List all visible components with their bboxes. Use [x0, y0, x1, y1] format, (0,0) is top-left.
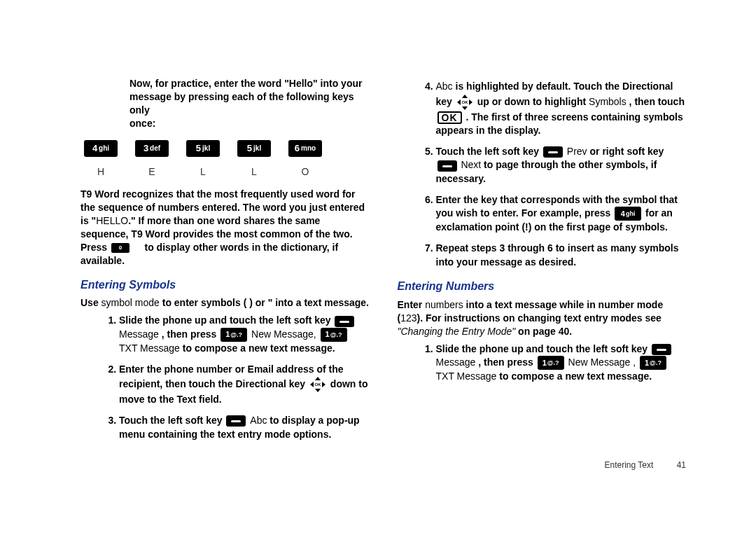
letter-o: O: [302, 165, 309, 179]
svg-text:OK: OK: [461, 100, 468, 104]
one-key-icon-4: 1@.?: [640, 356, 666, 370]
step-6: Enter the key that corresponds with the …: [436, 193, 687, 235]
svg-marker-6: [462, 106, 468, 110]
step-2: Enter the phone number or Email address …: [119, 363, 370, 407]
four-key-icon: 4ghi: [615, 207, 641, 221]
softkey-icon-2: [226, 415, 246, 427]
letter-e: E: [148, 165, 155, 179]
step-4: Abc is highlighted by default. Touch the…: [436, 80, 687, 138]
letter-h: H: [97, 165, 104, 179]
right-column: Abc is highlighted by default. Touch the…: [398, 77, 687, 448]
t9-paragraph: T9 Word recognizes that the most frequen…: [80, 188, 370, 267]
one-key-icon-3: 1@.?: [538, 356, 564, 370]
ok-button-icon: OK: [438, 111, 462, 124]
step-7: Repeat steps 3 through 6 to insert as ma…: [436, 242, 687, 269]
left-column: Now, for practice, enter the word "Hello…: [80, 77, 370, 448]
key-col-1: 3def E: [135, 140, 169, 179]
phone-key-3: 3def: [135, 140, 169, 157]
practice-line2: message by pressing each of the followin…: [130, 91, 354, 116]
letter-l1: L: [200, 165, 206, 179]
key-col-0: 4ghi H: [84, 140, 118, 179]
svg-marker-8: [469, 99, 472, 105]
one-key-icon-2: 1@.?: [321, 328, 347, 342]
phone-key-5a: 5jkl: [186, 140, 220, 157]
letter-l2: L: [251, 165, 257, 179]
step-1: Slide the phone up and touch the left so…: [119, 314, 370, 355]
practice-paragraph: Now, for practice, enter the word "Hello…: [130, 77, 370, 130]
svg-text:OK: OK: [314, 382, 321, 387]
key-col-3: 5jkl L: [237, 140, 271, 179]
numbers-intro: Enter numbers into a text message while …: [398, 298, 687, 338]
footer-page: 41: [677, 460, 686, 470]
key-col-4: 6mno O: [288, 140, 322, 179]
phone-key-4: 4ghi: [84, 140, 118, 157]
dpad-icon: OK: [309, 376, 326, 393]
svg-marker-0: [315, 377, 321, 380]
symbols-intro: Use symbol mode to enter symbols ( ) or …: [80, 296, 370, 310]
softkey-icon-3: [543, 146, 563, 158]
svg-marker-1: [315, 389, 321, 392]
svg-marker-3: [322, 382, 326, 387]
softkey-icon: [335, 316, 354, 327]
softkey-icon-4: [438, 160, 457, 172]
page-footer: Entering Text 41: [604, 460, 686, 470]
dpad-icon-2: OK: [456, 94, 473, 111]
key-col-2: 5jkl L: [186, 140, 220, 179]
practice-line3: once:: [130, 118, 155, 129]
one-key-icon: 1@.?: [220, 328, 247, 342]
hello-key-row: 4ghi H 3def E 5jkl L 5jkl L 6mno O: [84, 140, 370, 179]
practice-line1: Now, for practice, enter the word "Hello…: [130, 78, 362, 89]
svg-marker-2: [310, 382, 314, 387]
section-entering-numbers: Entering Numbers: [398, 279, 687, 294]
symbols-steps: Slide the phone up and touch the left so…: [80, 314, 370, 441]
footer-section: Entering Text: [604, 460, 653, 470]
softkey-icon-5: [652, 344, 671, 355]
phone-key-6: 6mno: [288, 140, 322, 157]
zero-key-icon: 0: [111, 243, 130, 253]
page-content: Now, for practice, enter the word "Hello…: [0, 0, 756, 483]
step-3: Touch the left soft key Abc to display a…: [119, 414, 370, 441]
step-5: Touch the left soft key Prev or right so…: [436, 145, 687, 186]
phone-key-5b: 5jkl: [237, 140, 271, 157]
symbols-steps-cont: Abc is highlighted by default. Touch the…: [398, 80, 687, 269]
svg-marker-5: [462, 95, 468, 98]
svg-marker-7: [457, 99, 461, 105]
num-step-1: Slide the phone up and touch the left so…: [436, 342, 687, 384]
section-entering-symbols: Entering Symbols: [80, 277, 370, 293]
numbers-steps: Slide the phone up and touch the left so…: [398, 342, 687, 384]
